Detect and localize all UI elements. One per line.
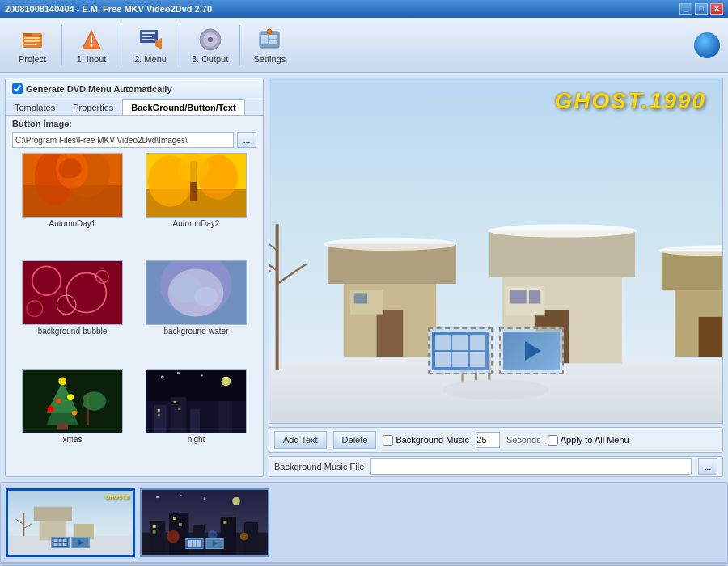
apply-all-checkbox[interactable] [548,435,558,446]
svg-rect-64 [171,397,187,433]
svg-rect-70 [178,408,180,410]
svg-point-126 [232,496,240,505]
svg-rect-21 [269,35,277,39]
svg-rect-96 [699,317,722,357]
svg-rect-67 [158,408,160,411]
toolbar: Project 1. Input 2. Menu [0,18,728,73]
svg-rect-11 [142,32,155,34]
svg-rect-68 [158,413,160,416]
svg-marker-123 [78,539,84,546]
auto-menu-row: Generate DVD Menu Automatically [6,78,263,99]
timeline-btn-row-1 [52,537,90,548]
settings-icon [256,27,282,53]
image-label-xmas: xmas [63,435,83,444]
svg-rect-93 [529,290,540,303]
svg-point-60 [161,375,164,378]
music-file-input[interactable] [370,458,692,475]
delete-button[interactable]: Delete [333,431,377,449]
svg-rect-137 [173,517,176,520]
toolbar-project[interactable]: Project [8,23,57,67]
bg-music-checkbox[interactable] [383,435,393,446]
auto-menu-checkbox[interactable] [12,83,23,94]
tab-properties[interactable]: Properties [64,99,122,115]
add-text-button[interactable]: Add Text [274,431,327,449]
button-image-label: Button Image: [6,116,263,130]
settings-label: Settings [253,54,286,64]
timeline-thumb-bg-2 [142,490,268,555]
svg-point-17 [208,37,213,42]
music-browse-button[interactable]: ... [698,458,717,475]
play-button[interactable] [499,327,564,374]
svg-point-140 [167,530,180,543]
list-item[interactable]: background-bubble [12,260,133,365]
tab-templates[interactable]: Templates [6,99,64,115]
image-label-water: background-water [163,327,228,336]
svg-rect-3 [24,40,40,42]
svg-point-104 [488,224,637,237]
svg-rect-13 [142,39,154,40]
svg-point-8 [91,44,93,46]
svg-rect-133 [221,517,237,555]
svg-point-102 [442,379,548,400]
svg-rect-22 [269,40,277,44]
svg-point-23 [267,29,272,34]
svg-rect-85 [377,310,404,357]
list-item[interactable]: background-water [136,260,256,365]
svg-point-59 [221,376,231,386]
svg-point-52 [56,399,61,403]
tab-background[interactable]: BackGround/Button/Text [122,99,244,115]
output-label: 3. Output [192,54,228,64]
main-content: Generate DVD Menu Automatically Template… [0,73,728,482]
file-browse-button[interactable]: ... [237,132,256,148]
file-path-input[interactable] [12,132,234,148]
image-label-night: night [188,435,205,444]
svg-point-128 [180,494,182,496]
svg-point-129 [204,497,206,500]
svg-rect-135 [153,524,156,527]
timeline-thumb-bg-1: GHOST.II [8,491,133,555]
horizontal-scrollbar[interactable] [0,563,728,566]
menu-icon [138,27,163,53]
menu-grid-button[interactable] [428,327,493,374]
svg-rect-138 [179,522,182,526]
toolbar-menu[interactable]: 2. Menu [126,23,175,67]
seconds-label: Seconds [506,435,541,445]
image-thumb-autumn1 [22,153,123,218]
toolbar-settings[interactable]: Settings [245,23,294,67]
output-icon [197,27,223,53]
svg-point-127 [156,496,159,498]
svg-marker-95 [662,251,722,290]
svg-point-61 [177,372,180,374]
window-title: 20081008140404 - E.M. Free MKV Video2Dvd… [5,4,212,14]
image-grid: AutumnDay1 AutumnDay2 [6,150,263,476]
timeline-thumb-2[interactable] [140,488,269,557]
list-item[interactable]: AutumnDay2 [136,153,256,257]
list-item[interactable]: xmas [12,369,133,473]
timeline-thumb-1[interactable]: GHOST.II [6,488,135,557]
image-thumb-xmas [22,369,123,433]
apply-all-checkbox-row: Apply to All Menu [548,435,629,446]
svg-rect-139 [223,521,226,524]
svg-rect-92 [510,290,527,303]
project-icon [19,27,45,53]
svg-rect-20 [261,35,268,44]
svg-point-50 [67,394,74,400]
globe-icon[interactable] [694,32,720,58]
image-thumb-bubble [22,260,123,325]
image-label-bubble: background-bubble [38,327,108,336]
minimize-button[interactable]: _ [679,3,692,15]
svg-rect-66 [218,401,233,433]
close-button[interactable]: ✕ [710,3,723,15]
svg-point-62 [201,374,203,376]
maximize-button[interactable]: □ [695,3,708,15]
list-item[interactable]: night [136,369,256,473]
toolbar-input[interactable]: 1. Input [67,23,116,67]
svg-point-51 [72,410,77,415]
seconds-input[interactable] [476,432,500,448]
toolbar-output[interactable]: 3. Output [185,23,235,67]
svg-rect-87 [354,293,367,303]
svg-marker-114 [525,341,541,361]
left-panel: Generate DVD Menu Automatically Template… [5,78,264,477]
list-item[interactable]: AutumnDay1 [12,153,133,257]
svg-marker-143 [213,540,218,547]
